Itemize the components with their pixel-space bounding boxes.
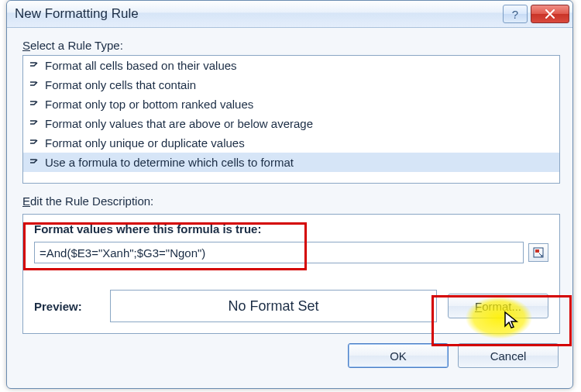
new-formatting-rule-dialog: New Formatting Rule ? Select a Rule Type… <box>6 0 573 389</box>
edit-rule-box: Format values where this formula is true… <box>22 214 560 334</box>
help-icon: ? <box>512 8 518 21</box>
formula-header: Format values where this formula is true… <box>34 222 548 236</box>
edit-rule-description-label: Edit the Rule Description: <box>22 194 560 208</box>
help-button[interactable]: ? <box>503 5 528 23</box>
rule-type-item[interactable]: Format only cells that contain <box>23 75 559 95</box>
bullet-icon <box>29 81 39 89</box>
bullet-icon <box>29 159 39 167</box>
preview-label: Preview: <box>34 300 99 313</box>
select-rule-type-label: Select a Rule Type: <box>22 39 560 52</box>
titlebar: New Formatting Rule ? <box>7 1 572 28</box>
rule-type-item-selected[interactable]: Use a formula to determine which cells t… <box>23 153 559 172</box>
cancel-button[interactable]: Cancel <box>458 343 559 368</box>
rule-type-item[interactable]: Format only top or bottom ranked values <box>23 95 559 114</box>
bullet-icon <box>29 120 39 128</box>
preview-box: No Format Set <box>110 290 437 322</box>
rule-type-item[interactable]: Format only values that are above or bel… <box>23 114 559 133</box>
rule-type-item[interactable]: Format only unique or duplicate values <box>23 133 559 153</box>
rule-type-list[interactable]: Format all cells based on their values F… <box>22 55 560 184</box>
window-title: New Formatting Rule <box>15 6 503 22</box>
svg-rect-1 <box>535 249 539 253</box>
rule-type-item[interactable]: Format all cells based on their values <box>23 56 559 75</box>
ok-button[interactable]: OK <box>348 343 449 368</box>
close-button[interactable] <box>531 5 569 23</box>
range-selector-button[interactable] <box>528 243 548 262</box>
bullet-icon <box>29 62 39 70</box>
range-selector-icon <box>533 247 544 258</box>
format-button[interactable]: Format... <box>448 294 548 318</box>
close-icon <box>545 9 555 19</box>
bullet-icon <box>29 139 39 147</box>
bullet-icon <box>29 101 39 108</box>
formula-input[interactable] <box>34 242 524 263</box>
